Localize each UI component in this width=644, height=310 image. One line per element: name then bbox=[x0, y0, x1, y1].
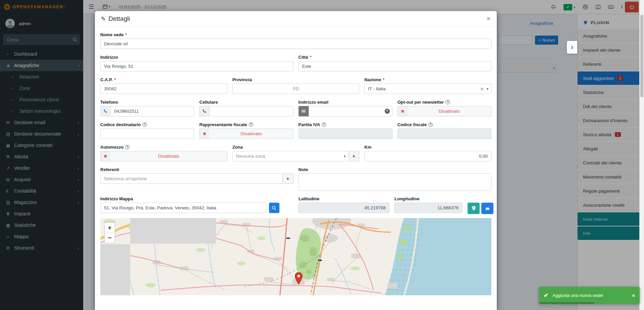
help-icon[interactable]: ? bbox=[428, 122, 433, 127]
zona-select[interactable]: Nessuna zona ▾ bbox=[232, 151, 349, 161]
map-zoom-control: + − bbox=[104, 222, 115, 243]
toast-message: Aggiunta una nuova sede! bbox=[552, 293, 603, 298]
nazione-select[interactable]: IT - Italia ⊗ ▾ bbox=[364, 84, 491, 94]
toggle-off-button[interactable]: ✖ bbox=[397, 106, 408, 116]
rappresentante-status: Disattivato bbox=[209, 128, 293, 139]
x-icon: ✖ bbox=[203, 132, 206, 136]
envelope-icon[interactable]: ✉ bbox=[299, 106, 309, 116]
modal-header: ✎ Dettagli × bbox=[95, 11, 497, 27]
caret-down-icon: ▾ bbox=[487, 87, 488, 91]
check-icon: ✔ bbox=[544, 292, 548, 299]
toast-progress-bar bbox=[539, 302, 594, 304]
field-label: Nome sede* bbox=[100, 32, 491, 37]
chevron-right-icon: › bbox=[571, 43, 573, 52]
modal-body: Nome sede* Indirizzo Città* C.A.P.* bbox=[95, 27, 497, 295]
help-icon[interactable]: ? bbox=[143, 122, 147, 127]
map-pin-icon bbox=[472, 206, 476, 211]
zoom-in-button[interactable]: + bbox=[105, 223, 115, 233]
toggle-off-button[interactable]: ✖ bbox=[199, 128, 209, 139]
help-icon[interactable]: ? bbox=[322, 122, 326, 127]
modal-close-button[interactable]: × bbox=[486, 15, 491, 22]
dettagli-modal: ✎ Dettagli × Nome sede* Indirizzo C bbox=[95, 11, 497, 310]
add-zona-button[interactable]: + bbox=[348, 151, 359, 161]
car-icon bbox=[485, 206, 490, 211]
optout-status: Disattivato bbox=[408, 106, 491, 116]
referenti-select[interactable]: Seleziona un'opzione bbox=[100, 173, 283, 184]
caret-down-icon: ▾ bbox=[344, 154, 345, 158]
motorway-shield bbox=[318, 260, 322, 261]
cellulare-input[interactable] bbox=[209, 106, 293, 116]
geocode-search-button[interactable] bbox=[269, 203, 279, 213]
toggle-off-button[interactable]: ✖ bbox=[100, 151, 110, 161]
locate-on-map-button[interactable] bbox=[468, 203, 480, 214]
route-button[interactable] bbox=[481, 203, 493, 214]
phone-icon bbox=[199, 106, 209, 116]
clear-selection-icon[interactable]: ⊗ bbox=[480, 87, 484, 91]
help-icon[interactable]: ? bbox=[445, 100, 450, 104]
x-icon: ✖ bbox=[104, 154, 107, 159]
telefono-input[interactable] bbox=[110, 106, 194, 116]
help-icon[interactable]: ? bbox=[249, 122, 253, 127]
screen: ⚙ OpenSTAManager ® admin ◔ Dashboard ☻ A… bbox=[0, 0, 644, 310]
nome-sede-input[interactable] bbox=[100, 39, 491, 49]
email-help-icon[interactable]: ? bbox=[385, 109, 390, 114]
km-input[interactable] bbox=[364, 151, 491, 161]
latitudine-input bbox=[299, 203, 389, 213]
longitudine-input bbox=[394, 203, 462, 213]
pencil-icon: ✎ bbox=[101, 15, 106, 22]
zoom-out-button[interactable]: − bbox=[105, 233, 115, 243]
provincia-input[interactable] bbox=[232, 84, 360, 94]
indirizzo-mappa-input[interactable] bbox=[100, 203, 266, 213]
plugin-panel-toggle-button[interactable]: › bbox=[567, 41, 577, 54]
email-input[interactable] bbox=[309, 106, 392, 116]
codice-destinatario-input[interactable] bbox=[100, 128, 194, 139]
x-icon: ✖ bbox=[401, 109, 404, 114]
motorway-shield bbox=[286, 238, 290, 239]
phone-icon bbox=[100, 106, 110, 116]
scrollbar-thumb[interactable] bbox=[640, 15, 643, 97]
page-scrollbar[interactable] bbox=[639, 0, 644, 310]
cap-input[interactable] bbox=[100, 84, 227, 94]
help-icon[interactable]: ? bbox=[125, 145, 129, 149]
success-toast: ✔ Aggiunta una nuova sede! × bbox=[539, 287, 640, 304]
indirizzo-input[interactable] bbox=[100, 61, 293, 71]
automezzo-status: Disattivato bbox=[110, 151, 227, 161]
toast-close-button[interactable]: × bbox=[632, 293, 635, 298]
note-textarea[interactable] bbox=[299, 173, 492, 191]
codice-fiscale-input bbox=[397, 128, 491, 139]
search-icon bbox=[272, 206, 276, 210]
add-referente-button[interactable]: + bbox=[283, 173, 293, 184]
map-marker-pin[interactable] bbox=[295, 272, 303, 284]
citta-input[interactable] bbox=[299, 61, 492, 71]
openstreetmap-view[interactable]: + − bbox=[100, 218, 491, 295]
modal-title: ✎ Dettagli bbox=[101, 15, 130, 22]
partita-iva-input bbox=[299, 128, 392, 139]
